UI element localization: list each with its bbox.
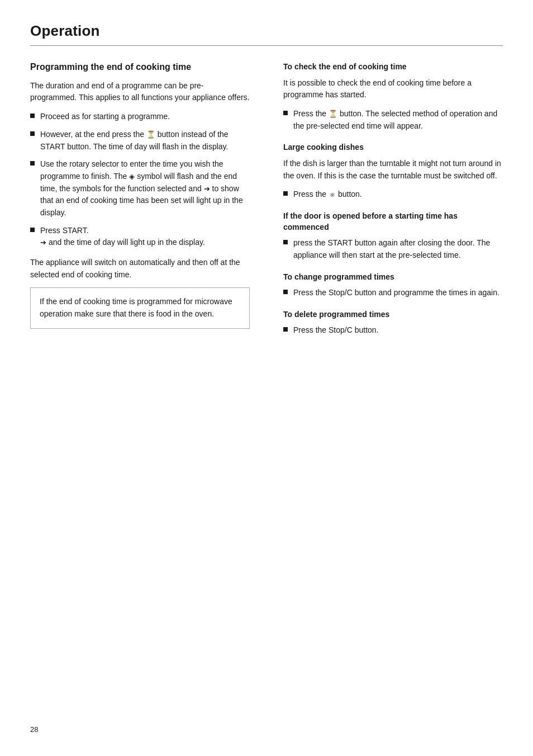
turntable-icon: ⨳ — [329, 189, 336, 200]
bullet-icon-4 — [30, 228, 35, 232]
check-heading: To check the end of cooking time — [283, 62, 503, 73]
page-title: Operation — [30, 22, 503, 40]
delete-bullet-icon-1 — [283, 327, 288, 332]
large-dishes-heading: Large cooking dishes — [283, 142, 503, 153]
appliance-text: The appliance will switch on automatical… — [30, 257, 250, 281]
change-bullet-icon-1 — [283, 290, 288, 294]
bullet-text-3: Use the rotary selector to enter the tim… — [40, 158, 250, 219]
door-heading: If the door is opened before a starting … — [283, 211, 503, 233]
bullet-text-4: Press START.➔ and the time of day will l… — [40, 225, 205, 249]
right-column: To check the end of cooking time It is p… — [278, 62, 503, 344]
delete-bullet-text-1: Press the Stop/C button. — [293, 324, 379, 337]
section-heading-programming: Programming the end of cooking time — [30, 62, 250, 73]
door-bullet-icon-1 — [283, 240, 288, 244]
bullet-icon-1 — [30, 114, 35, 118]
door-bullet-1: press the START button again after closi… — [283, 237, 503, 261]
bullet-text-2: However, at the end press the ⏳ button i… — [40, 129, 250, 153]
programming-bullets: Proceed as for starting a programme. How… — [30, 111, 250, 249]
intro-text: The duration and end of a programme can … — [30, 80, 250, 104]
check-bullets: Press the ⏳ button. The selected method … — [283, 108, 503, 132]
change-heading: To change programmed times — [283, 272, 503, 283]
bullet-item-3: Use the rotary selector to enter the tim… — [30, 158, 250, 219]
delete-bullet-1: Press the Stop/C button. — [283, 324, 503, 337]
two-column-layout: Programming the end of cooking time The … — [30, 62, 503, 344]
large-dishes-bullet-text-1: Press the ⨳ button. — [293, 188, 362, 201]
check-intro: It is possible to check the end of cooki… — [283, 77, 503, 101]
large-dishes-bullet-icon-1 — [283, 191, 288, 196]
check-bullet-1: Press the ⏳ button. The selected method … — [283, 108, 503, 132]
clock-icon-2: ⏳ — [329, 108, 337, 120]
change-bullet-text-1: Press the Stop/C button and programme th… — [293, 287, 499, 299]
delete-bullets: Press the Stop/C button. — [283, 324, 503, 337]
info-box: If the end of cooking time is programmed… — [30, 287, 250, 328]
clock-icon: ⏳ — [146, 129, 155, 140]
bullet-text-1: Proceed as for starting a programme. — [40, 111, 170, 123]
info-box-text: If the end of cooking time is programmed… — [40, 297, 232, 318]
bullet-item-4: Press START.➔ and the time of day will l… — [30, 225, 250, 249]
delete-heading: To delete programmed times — [283, 309, 503, 320]
diamond-icon: ◈ — [129, 171, 135, 182]
page-number: 28 — [30, 725, 38, 734]
left-column: Programming the end of cooking time The … — [30, 62, 255, 344]
large-dishes-bullet-1: Press the ⨳ button. — [283, 188, 503, 201]
arrow-icon: ➔ — [204, 183, 210, 195]
check-bullet-icon-1 — [283, 111, 288, 115]
title-divider — [30, 45, 503, 46]
large-dishes-text: If the dish is larger than the turntable… — [283, 158, 503, 182]
bullet-item-1: Proceed as for starting a programme. — [30, 111, 250, 123]
change-bullet-1: Press the Stop/C button and programme th… — [283, 287, 503, 299]
bullet-icon-3 — [30, 161, 35, 166]
bullet-icon-2 — [30, 131, 35, 136]
door-bullet-text-1: press the START button again after closi… — [293, 237, 503, 261]
bullet-item-2: However, at the end press the ⏳ button i… — [30, 129, 250, 153]
check-bullet-text-1: Press the ⏳ button. The selected method … — [293, 108, 503, 132]
change-bullets: Press the Stop/C button and programme th… — [283, 287, 503, 299]
large-dishes-bullets: Press the ⨳ button. — [283, 188, 503, 201]
arrow-icon-2: ➔ — [40, 237, 46, 248]
door-bullets: press the START button again after closi… — [283, 237, 503, 261]
